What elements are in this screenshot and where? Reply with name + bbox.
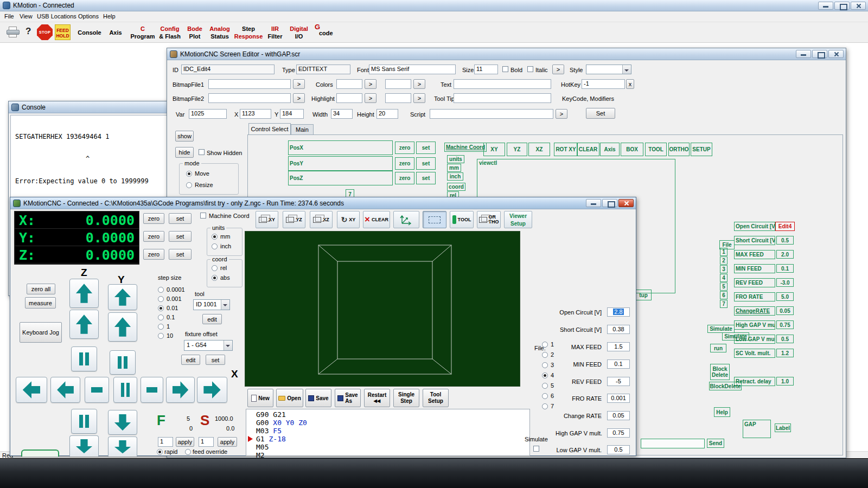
tool-setup-button[interactable]: Tool Setup: [423, 389, 449, 407]
show-button[interactable]: show: [175, 131, 194, 142]
jog-y-stop[interactable]: [110, 350, 136, 375]
bitmapfile2-field[interactable]: [208, 93, 291, 103]
step-001-radio[interactable]: [158, 305, 164, 311]
highlight-field1[interactable]: [336, 93, 362, 103]
jog-y-down[interactable]: [108, 410, 137, 435]
preview-row-value[interactable]: 0.1: [776, 264, 794, 273]
preview-posz[interactable]: PosZ: [288, 171, 393, 185]
preview-view-rotxy[interactable]: ROT XY: [554, 143, 578, 156]
file-5-radio[interactable]: [542, 383, 548, 389]
style-dropdown[interactable]: [586, 65, 631, 74]
rapid-radio[interactable]: [157, 449, 163, 455]
jog-z-up[interactable]: [69, 310, 99, 339]
help-icon[interactable]: ?: [25, 26, 31, 37]
move-radio[interactable]: [186, 171, 192, 177]
hide-button[interactable]: hide: [175, 147, 194, 158]
fixture-set-button[interactable]: set: [206, 355, 225, 365]
tooltip-field[interactable]: [454, 93, 551, 103]
preview-view-xy[interactable]: XY: [483, 143, 505, 156]
abs-radio[interactable]: [212, 275, 218, 281]
tab-control-select[interactable]: Control Select: [248, 123, 291, 134]
preview-simulate[interactable]: Simulate: [707, 325, 735, 333]
toolbar-configflash-button[interactable]: Config & Flash: [157, 24, 182, 42]
view-clear-button[interactable]: ×CLEAR: [363, 211, 390, 228]
step-1-radio[interactable]: [158, 324, 164, 330]
preview-view-xz[interactable]: XZ: [528, 143, 550, 156]
script-field[interactable]: [430, 109, 553, 119]
highlight-browse2-button[interactable]: >: [413, 93, 425, 103]
tool-dropdown[interactable]: ID 1001: [193, 299, 230, 310]
set-x-button[interactable]: set: [169, 213, 192, 224]
toolbar-axis-button[interactable]: Axis: [106, 24, 125, 41]
feed-mult-input[interactable]: 1: [158, 437, 173, 447]
cnc-maximize-button[interactable]: [602, 199, 617, 207]
step-0001-radio[interactable]: [158, 296, 164, 302]
restart-button[interactable]: Restart ◀◀: [364, 389, 390, 407]
single-step-button[interactable]: Single Step: [393, 389, 419, 407]
jog-z-stop[interactable]: [71, 346, 97, 371]
mm-radio[interactable]: [212, 234, 218, 240]
preview-posy[interactable]: PosY: [288, 156, 393, 171]
preview-posy-set[interactable]: set: [416, 157, 436, 170]
preview-send[interactable]: Send: [707, 439, 724, 448]
preview-run[interactable]: run: [710, 344, 726, 352]
step-01-radio[interactable]: [158, 314, 164, 320]
step-10-radio[interactable]: [158, 333, 164, 339]
feed-apply-button[interactable]: apply: [176, 437, 194, 447]
inch-radio[interactable]: [212, 243, 218, 249]
size-field[interactable]: 11: [474, 65, 498, 74]
font-field[interactable]: MS Sans Serif: [369, 65, 456, 74]
step-00001-radio[interactable]: [158, 287, 164, 293]
colors-field2[interactable]: [385, 79, 411, 89]
toolbar-analogstatus-button[interactable]: Analog Status: [207, 24, 232, 42]
highlight-browse1-button[interactable]: >: [365, 93, 376, 103]
short-circuit-input[interactable]: 0.38: [607, 325, 630, 334]
colors-field1[interactable]: [336, 79, 362, 89]
preview-row-label[interactable]: Open Circuit [V: [734, 222, 775, 231]
menu-options[interactable]: Options: [78, 13, 99, 20]
preview-posy-zero[interactable]: zero: [395, 157, 414, 170]
show-hidden-checkbox[interactable]: [199, 149, 205, 155]
save-button[interactable]: Save: [305, 389, 331, 407]
highlight-field2[interactable]: [385, 93, 411, 103]
preview-row-value[interactable]: 1.0: [776, 377, 794, 386]
cnc-close-button[interactable]: [618, 199, 634, 207]
zero-x-button[interactable]: zero: [143, 213, 164, 224]
preview-mm[interactable]: mm: [447, 164, 461, 172]
preview-view-axis[interactable]: Axis: [600, 143, 620, 156]
open-circuit-input[interactable]: 2.8: [607, 307, 630, 317]
minimize-button[interactable]: [818, 2, 833, 10]
preview-coord[interactable]: coord: [447, 183, 465, 191]
min-feed-input[interactable]: 0.1: [607, 359, 630, 369]
keyboard-jog-button[interactable]: Keyboard Jog: [20, 322, 62, 343]
set-button[interactable]: Set: [586, 108, 615, 119]
toolbar-digitalio-button[interactable]: Digital I/O: [286, 24, 311, 42]
machine-coord-checkbox[interactable]: [200, 213, 206, 219]
zero-all-button[interactable]: zero all: [27, 284, 55, 294]
toolbar-console-button[interactable]: Console: [76, 24, 103, 41]
preview-num-4[interactable]: 4: [720, 274, 727, 282]
editor-minimize-button[interactable]: [796, 50, 811, 58]
menu-view[interactable]: View: [20, 13, 33, 20]
hotkey-clear-button[interactable]: x: [626, 79, 634, 89]
italic-checkbox[interactable]: [527, 66, 533, 72]
jog-x-slow-right[interactable]: [141, 377, 163, 403]
toolbar-stepresponse-button[interactable]: Step Response: [233, 24, 264, 42]
file-2-radio[interactable]: [542, 352, 548, 358]
open-button[interactable]: Open: [276, 389, 303, 407]
preview-num-3[interactable]: 3: [720, 265, 727, 273]
simulate-checkbox[interactable]: [533, 446, 539, 452]
speed-mult-input[interactable]: 1: [199, 437, 214, 447]
preview-row-value[interactable]: 0.5: [776, 335, 794, 343]
preview-row-value[interactable]: 0.05: [776, 306, 794, 315]
preview-row-label[interactable]: Low GAP V mult: [734, 335, 775, 344]
jog-x-slow-left[interactable]: [85, 377, 109, 403]
view-yz-button[interactable]: YZ: [283, 211, 305, 228]
change-rate-input[interactable]: 0.05: [607, 411, 630, 420]
preview-gap[interactable]: GAP: [743, 420, 771, 438]
file-3-radio[interactable]: [542, 362, 548, 368]
editor-close-button[interactable]: [828, 50, 844, 58]
preview-row-label[interactable]: REV FEED: [734, 278, 775, 287]
main-titlebar[interactable]: KMotion - Connected: [0, 0, 868, 11]
jog-z-stop2[interactable]: [71, 409, 97, 434]
